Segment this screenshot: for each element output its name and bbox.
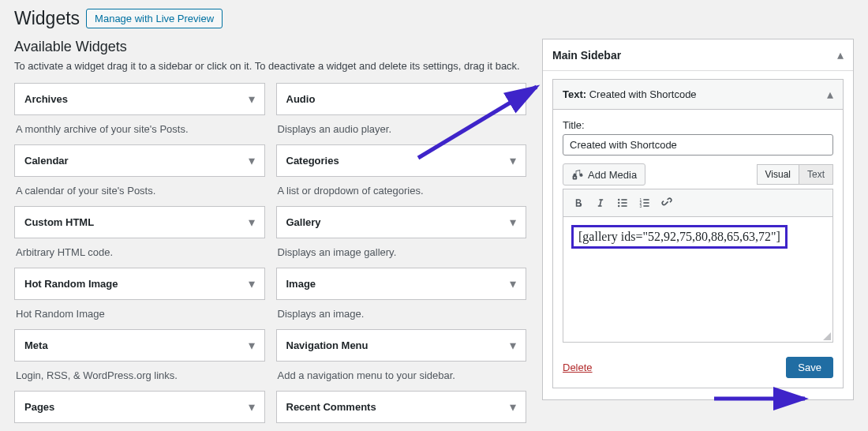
widget-archives[interactable]: Archives▾ (14, 83, 265, 115)
svg-point-2 (618, 199, 619, 201)
caret-down-icon: ▾ (249, 153, 255, 168)
widget-label: Hot Random Image (24, 278, 118, 290)
svg-rect-12 (643, 202, 649, 204)
widget-desc: A calendar of your site's Posts. (14, 177, 265, 206)
sidebar-region: Main Sidebar ▴ Text: Created with Shortc… (542, 39, 854, 400)
widget-label: Pages (24, 401, 54, 413)
widget-hot-random-image[interactable]: Hot Random Image▾ (14, 268, 265, 300)
widget-instance: Text: Created with Shortcode ▴ Title: Ad… (552, 79, 844, 388)
widget-recent-comments[interactable]: Recent Comments▾ (276, 391, 527, 423)
widget-label: Categories (286, 155, 339, 167)
available-heading: Available Widgets (14, 39, 526, 55)
tab-visual[interactable]: Visual (757, 164, 799, 185)
widget-type-label: Text (563, 88, 583, 100)
svg-rect-7 (621, 205, 627, 207)
widget-label: Archives (24, 93, 68, 105)
svg-rect-11 (643, 199, 649, 201)
widget-label: Meta (24, 339, 48, 351)
widget-custom-html[interactable]: Custom HTML▾ (14, 206, 265, 238)
sidebar-toggle[interactable]: Main Sidebar ▴ (543, 39, 853, 71)
save-button[interactable]: Save (786, 357, 833, 378)
add-media-label: Add Media (588, 169, 637, 181)
svg-text:3: 3 (640, 204, 642, 208)
bullet-list-button[interactable] (612, 193, 633, 213)
title-field-label: Title: (563, 119, 833, 131)
widget-desc: Hot Random Image (14, 300, 265, 329)
live-preview-button[interactable]: Manage with Live Preview (86, 9, 223, 28)
widget-desc: Arbitrary HTML code. (14, 238, 265, 268)
widget-calendar[interactable]: Calendar▾ (14, 144, 265, 177)
widget-desc: Login, RSS, & WordPress.org links. (14, 362, 265, 391)
widget-desc: Displays an audio player. (276, 115, 527, 144)
caret-down-icon: ▾ (510, 399, 516, 414)
sidebar-title: Main Sidebar (552, 49, 621, 62)
widget-label: Navigation Menu (286, 339, 369, 351)
svg-point-3 (618, 202, 619, 204)
caret-down-icon: ▾ (510, 338, 516, 353)
svg-point-1 (574, 177, 575, 178)
caret-down-icon: ▾ (510, 153, 516, 168)
widget-label: Gallery (286, 216, 321, 228)
title-input[interactable] (563, 134, 833, 156)
caret-down-icon: ▾ (249, 92, 255, 107)
tab-text[interactable]: Text (799, 164, 833, 185)
available-helptext: To activate a widget drag it to a sideba… (14, 60, 526, 72)
widget-navigation-menu[interactable]: Navigation Menu▾ (276, 329, 527, 362)
svg-rect-13 (643, 205, 649, 207)
bold-button[interactable] (568, 193, 589, 213)
widget-pages[interactable]: Pages▾ (14, 391, 265, 423)
camera-music-icon (571, 168, 584, 181)
caret-down-icon: ▾ (510, 92, 516, 107)
svg-rect-5 (621, 199, 627, 201)
editor-toolbar: 123 (563, 189, 833, 216)
caret-down-icon: ▾ (249, 215, 255, 230)
caret-up-icon: ▴ (827, 87, 833, 102)
link-button[interactable] (657, 193, 677, 213)
caret-down-icon: ▾ (510, 276, 516, 291)
widget-label: Calendar (24, 155, 69, 167)
widget-image[interactable]: Image▾ (276, 268, 527, 300)
caret-down-icon: ▾ (249, 399, 255, 414)
svg-point-4 (618, 205, 619, 207)
caret-down-icon: ▾ (249, 276, 255, 291)
content-editor[interactable]: [gallery ids="52,92,75,80,88,65,63,72"] (563, 216, 833, 343)
svg-rect-6 (621, 202, 627, 204)
numbered-list-button[interactable]: 123 (634, 193, 655, 213)
page-title: Widgets (14, 8, 80, 29)
delete-link[interactable]: Delete (563, 362, 593, 373)
caret-down-icon: ▾ (510, 215, 516, 230)
widget-meta[interactable]: Meta▾ (14, 329, 265, 362)
widget-desc: Add a navigation menu to your sidebar. (276, 362, 527, 391)
resize-handle-icon[interactable] (823, 332, 831, 340)
shortcode-text: [gallery ids="52,92,75,80,88,65,63,72"] (571, 225, 788, 249)
caret-down-icon: ▾ (249, 338, 255, 353)
widget-desc: Displays an image gallery. (276, 238, 527, 268)
widget-desc: A list or dropdown of categories. (276, 177, 527, 206)
widget-desc: Displays an image. (276, 300, 527, 329)
add-media-button[interactable]: Add Media (563, 163, 645, 186)
italic-button[interactable] (590, 193, 611, 213)
widget-instance-toggle[interactable]: Text: Created with Shortcode ▴ (553, 80, 843, 110)
widget-label: Recent Comments (286, 401, 376, 413)
widget-gallery[interactable]: Gallery▾ (276, 206, 527, 238)
widget-categories[interactable]: Categories▾ (276, 144, 527, 177)
widget-audio[interactable]: Audio▾ (276, 83, 527, 115)
widget-label: Audio (286, 93, 316, 105)
widget-instance-name: Created with Shortcode (589, 88, 697, 100)
widget-label: Image (286, 278, 316, 290)
widget-desc: A monthly archive of your site's Posts. (14, 115, 265, 144)
caret-up-icon: ▴ (837, 47, 844, 62)
widget-label: Custom HTML (24, 216, 94, 228)
